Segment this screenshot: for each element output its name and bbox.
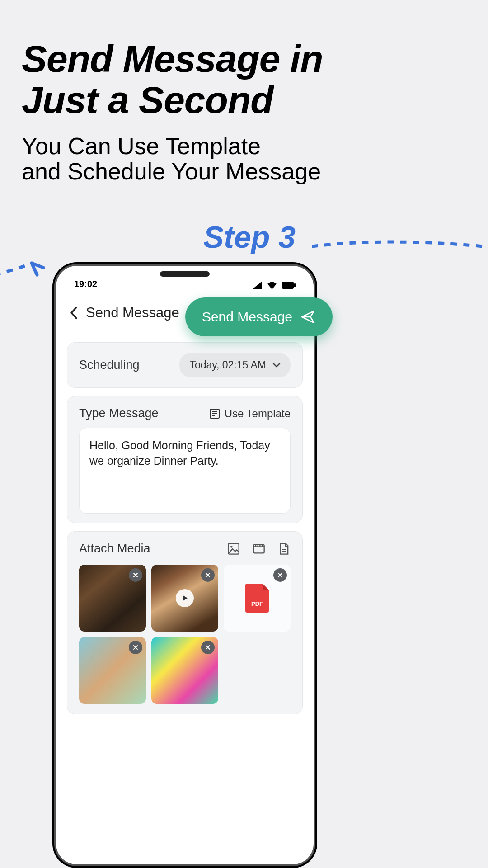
use-template-button[interactable]: Use Template bbox=[209, 407, 291, 420]
message-input[interactable]: Hello, Good Morning Friends, Today we or… bbox=[79, 428, 291, 514]
scheduling-value: Today, 02:15 AM bbox=[189, 359, 266, 371]
promo-subtitle-line1: You Can Use Template bbox=[22, 133, 321, 159]
close-icon bbox=[205, 572, 211, 578]
promo-title: Send Message in Just a Second bbox=[22, 38, 323, 120]
chevron-down-icon bbox=[272, 363, 281, 368]
signal-icon bbox=[252, 281, 262, 289]
scheduling-label: Scheduling bbox=[79, 358, 140, 372]
status-time: 19:02 bbox=[74, 279, 97, 289]
svg-point-7 bbox=[230, 546, 233, 548]
close-icon bbox=[133, 645, 138, 650]
promo-subtitle: You Can Use Template and Schedule Your M… bbox=[22, 133, 321, 184]
promo-title-line1: Send Message in bbox=[22, 38, 323, 80]
phone-notch bbox=[160, 271, 210, 277]
remove-media-button[interactable] bbox=[273, 568, 287, 582]
arrow-right-icon bbox=[312, 233, 488, 269]
media-thumbnail[interactable] bbox=[151, 565, 218, 632]
svg-rect-8 bbox=[253, 544, 264, 553]
media-thumbnail[interactable]: PDF bbox=[224, 565, 291, 632]
promo-subtitle-line2: and Schedule Your Message bbox=[22, 159, 321, 184]
status-bar: 19:02 bbox=[56, 266, 314, 292]
svg-rect-1 bbox=[294, 283, 296, 287]
remove-media-button[interactable] bbox=[201, 568, 215, 582]
svg-rect-0 bbox=[282, 282, 294, 289]
promo-title-line2: Just a Second bbox=[22, 80, 323, 121]
send-icon bbox=[300, 309, 316, 325]
close-icon bbox=[277, 572, 283, 578]
attach-card: Attach Media bbox=[67, 531, 303, 714]
arrow-left-icon bbox=[0, 253, 50, 289]
send-message-button[interactable]: Send Message bbox=[185, 297, 333, 336]
scheduling-card: Scheduling Today, 02:15 AM bbox=[67, 342, 303, 388]
media-thumbnail[interactable] bbox=[79, 565, 146, 632]
template-icon bbox=[209, 408, 220, 419]
compose-card: Type Message Use Template Hello, Good Mo… bbox=[67, 396, 303, 523]
wifi-icon bbox=[267, 281, 277, 289]
remove-media-button[interactable] bbox=[129, 641, 142, 654]
pdf-icon: PDF bbox=[245, 584, 269, 613]
close-icon bbox=[133, 572, 138, 578]
use-template-label: Use Template bbox=[225, 407, 291, 420]
step-label: Step 3 bbox=[203, 219, 296, 255]
play-icon bbox=[176, 589, 194, 607]
close-icon bbox=[205, 645, 211, 650]
media-thumbnail[interactable] bbox=[79, 637, 146, 704]
page-title: Send Message bbox=[86, 305, 179, 321]
send-button-label: Send Message bbox=[202, 309, 292, 325]
image-icon[interactable] bbox=[227, 542, 240, 555]
remove-media-button[interactable] bbox=[129, 568, 142, 582]
document-icon[interactable] bbox=[278, 542, 291, 555]
media-thumbnail[interactable] bbox=[151, 637, 218, 704]
battery-icon bbox=[282, 282, 296, 289]
attach-label: Attach Media bbox=[79, 542, 150, 556]
phone-frame: 19:02 Send Message Scheduling bbox=[52, 262, 317, 868]
back-icon[interactable] bbox=[70, 306, 78, 320]
remove-media-button[interactable] bbox=[201, 641, 215, 654]
scheduling-dropdown[interactable]: Today, 02:15 AM bbox=[179, 353, 291, 377]
compose-label: Type Message bbox=[79, 406, 159, 420]
video-icon[interactable] bbox=[253, 542, 265, 555]
